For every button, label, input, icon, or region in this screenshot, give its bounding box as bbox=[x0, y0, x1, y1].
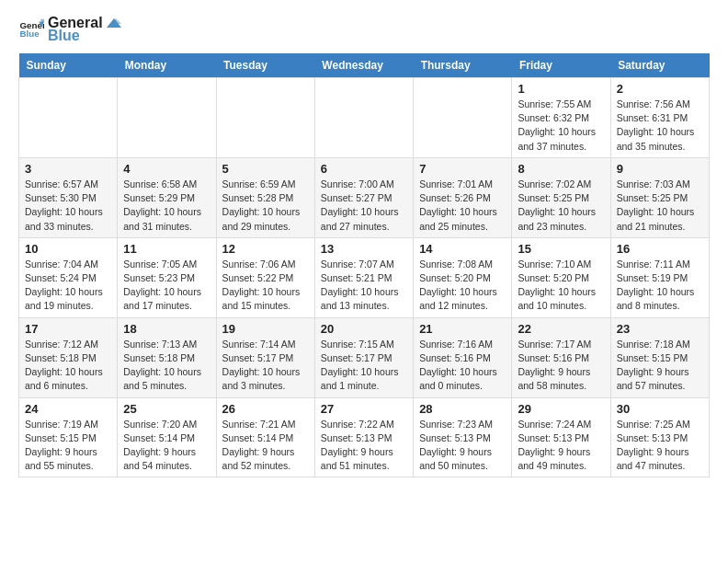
calendar-cell: 17Sunrise: 7:12 AMSunset: 5:18 PMDayligh… bbox=[19, 317, 118, 397]
day-number: 28 bbox=[419, 402, 506, 416]
calendar-cell: 18Sunrise: 7:13 AMSunset: 5:18 PMDayligh… bbox=[118, 317, 216, 397]
day-info: Sunrise: 7:23 AMSunset: 5:13 PMDaylight:… bbox=[419, 418, 506, 474]
day-info: Sunrise: 7:06 AMSunset: 5:22 PMDaylight:… bbox=[222, 258, 309, 314]
day-number: 7 bbox=[419, 162, 506, 176]
day-info: Sunrise: 7:25 AMSunset: 5:13 PMDaylight:… bbox=[617, 418, 703, 474]
logo-triangle-icon bbox=[105, 15, 121, 31]
day-number: 4 bbox=[123, 162, 210, 176]
calendar-header: SundayMondayTuesdayWednesdayThursdayFrid… bbox=[19, 53, 710, 78]
day-info: Sunrise: 7:16 AMSunset: 5:16 PMDaylight:… bbox=[419, 338, 506, 394]
calendar-cell: 19Sunrise: 7:14 AMSunset: 5:17 PMDayligh… bbox=[216, 317, 314, 397]
calendar-cell: 27Sunrise: 7:22 AMSunset: 5:13 PMDayligh… bbox=[314, 397, 413, 477]
calendar-cell bbox=[118, 78, 216, 158]
day-number: 29 bbox=[518, 402, 604, 416]
calendar-cell: 28Sunrise: 7:23 AMSunset: 5:13 PMDayligh… bbox=[414, 397, 512, 477]
day-info: Sunrise: 7:01 AMSunset: 5:26 PMDaylight:… bbox=[419, 178, 506, 234]
calendar-cell: 10Sunrise: 7:04 AMSunset: 5:24 PMDayligh… bbox=[19, 237, 118, 317]
day-info: Sunrise: 7:19 AMSunset: 5:15 PMDaylight:… bbox=[25, 418, 111, 474]
day-info: Sunrise: 7:55 AMSunset: 6:32 PMDaylight:… bbox=[518, 98, 604, 154]
day-number: 25 bbox=[123, 402, 210, 416]
day-number: 30 bbox=[617, 402, 703, 416]
day-info: Sunrise: 7:03 AMSunset: 5:25 PMDaylight:… bbox=[617, 178, 703, 234]
day-info: Sunrise: 7:20 AMSunset: 5:14 PMDaylight:… bbox=[123, 418, 210, 474]
calendar-cell: 1Sunrise: 7:55 AMSunset: 6:32 PMDaylight… bbox=[512, 78, 610, 158]
day-of-week-header: Sunday bbox=[19, 53, 118, 78]
day-of-week-header: Wednesday bbox=[314, 53, 413, 78]
day-info: Sunrise: 7:13 AMSunset: 5:18 PMDaylight:… bbox=[123, 338, 210, 394]
day-number: 5 bbox=[222, 162, 309, 176]
day-number: 10 bbox=[25, 242, 111, 256]
days-header-row: SundayMondayTuesdayWednesdayThursdayFrid… bbox=[19, 53, 710, 78]
day-info: Sunrise: 7:00 AMSunset: 5:27 PMDaylight:… bbox=[321, 178, 407, 234]
logo: General Blue General Blue bbox=[18, 15, 121, 44]
day-info: Sunrise: 7:15 AMSunset: 5:17 PMDaylight:… bbox=[321, 338, 407, 394]
day-number: 27 bbox=[321, 402, 407, 416]
day-number: 23 bbox=[617, 322, 703, 336]
day-number: 9 bbox=[617, 162, 703, 176]
day-info: Sunrise: 7:17 AMSunset: 5:16 PMDaylight:… bbox=[518, 338, 604, 394]
calendar-cell: 30Sunrise: 7:25 AMSunset: 5:13 PMDayligh… bbox=[610, 397, 709, 477]
day-info: Sunrise: 7:21 AMSunset: 5:14 PMDaylight:… bbox=[222, 418, 309, 474]
calendar-cell: 22Sunrise: 7:17 AMSunset: 5:16 PMDayligh… bbox=[512, 317, 610, 397]
calendar-body: 1Sunrise: 7:55 AMSunset: 6:32 PMDaylight… bbox=[19, 78, 710, 477]
day-info: Sunrise: 7:12 AMSunset: 5:18 PMDaylight:… bbox=[25, 338, 111, 394]
day-number: 2 bbox=[617, 82, 703, 96]
day-info: Sunrise: 6:57 AMSunset: 5:30 PMDaylight:… bbox=[25, 178, 111, 234]
day-number: 3 bbox=[25, 162, 111, 176]
day-number: 20 bbox=[321, 322, 407, 336]
calendar-cell: 4Sunrise: 6:58 AMSunset: 5:29 PMDaylight… bbox=[118, 157, 216, 237]
calendar-cell bbox=[216, 78, 314, 158]
calendar-cell: 21Sunrise: 7:16 AMSunset: 5:16 PMDayligh… bbox=[414, 317, 512, 397]
day-number: 17 bbox=[25, 322, 111, 336]
day-number: 13 bbox=[321, 242, 407, 256]
day-number: 6 bbox=[321, 162, 407, 176]
day-number: 19 bbox=[222, 322, 309, 336]
day-number: 22 bbox=[518, 322, 604, 336]
day-of-week-header: Saturday bbox=[610, 53, 709, 78]
calendar-cell: 29Sunrise: 7:24 AMSunset: 5:13 PMDayligh… bbox=[512, 397, 610, 477]
day-number: 1 bbox=[518, 82, 604, 96]
calendar-cell: 16Sunrise: 7:11 AMSunset: 5:19 PMDayligh… bbox=[610, 237, 709, 317]
calendar-cell bbox=[414, 78, 512, 158]
calendar-week-row: 1Sunrise: 7:55 AMSunset: 6:32 PMDaylight… bbox=[19, 78, 710, 158]
calendar-week-row: 10Sunrise: 7:04 AMSunset: 5:24 PMDayligh… bbox=[19, 237, 710, 317]
calendar-cell: 20Sunrise: 7:15 AMSunset: 5:17 PMDayligh… bbox=[314, 317, 413, 397]
calendar-cell: 9Sunrise: 7:03 AMSunset: 5:25 PMDaylight… bbox=[610, 157, 709, 237]
day-info: Sunrise: 7:04 AMSunset: 5:24 PMDaylight:… bbox=[25, 258, 111, 314]
calendar-cell: 11Sunrise: 7:05 AMSunset: 5:23 PMDayligh… bbox=[118, 237, 216, 317]
svg-text:Blue: Blue bbox=[19, 29, 40, 39]
day-of-week-header: Monday bbox=[118, 53, 216, 78]
day-info: Sunrise: 7:10 AMSunset: 5:20 PMDaylight:… bbox=[518, 258, 604, 314]
calendar-cell: 26Sunrise: 7:21 AMSunset: 5:14 PMDayligh… bbox=[216, 397, 314, 477]
day-number: 11 bbox=[123, 242, 210, 256]
day-info: Sunrise: 7:08 AMSunset: 5:20 PMDaylight:… bbox=[419, 258, 506, 314]
calendar-week-row: 17Sunrise: 7:12 AMSunset: 5:18 PMDayligh… bbox=[19, 317, 710, 397]
calendar-week-row: 24Sunrise: 7:19 AMSunset: 5:15 PMDayligh… bbox=[19, 397, 710, 477]
day-number: 24 bbox=[25, 402, 111, 416]
calendar-cell: 14Sunrise: 7:08 AMSunset: 5:20 PMDayligh… bbox=[414, 237, 512, 317]
calendar-cell: 25Sunrise: 7:20 AMSunset: 5:14 PMDayligh… bbox=[118, 397, 216, 477]
calendar-cell: 24Sunrise: 7:19 AMSunset: 5:15 PMDayligh… bbox=[19, 397, 118, 477]
calendar-week-row: 3Sunrise: 6:57 AMSunset: 5:30 PMDaylight… bbox=[19, 157, 710, 237]
day-info: Sunrise: 7:11 AMSunset: 5:19 PMDaylight:… bbox=[617, 258, 703, 314]
calendar-cell: 23Sunrise: 7:18 AMSunset: 5:15 PMDayligh… bbox=[610, 317, 709, 397]
day-number: 8 bbox=[518, 162, 604, 176]
calendar-cell: 15Sunrise: 7:10 AMSunset: 5:20 PMDayligh… bbox=[512, 237, 610, 317]
day-number: 21 bbox=[419, 322, 506, 336]
logo-icon: General Blue bbox=[18, 17, 44, 42]
calendar-cell: 13Sunrise: 7:07 AMSunset: 5:21 PMDayligh… bbox=[314, 237, 413, 317]
day-number: 15 bbox=[518, 242, 604, 256]
day-of-week-header: Tuesday bbox=[216, 53, 314, 78]
page-header: General Blue General Blue bbox=[18, 15, 710, 44]
calendar-cell bbox=[314, 78, 413, 158]
day-info: Sunrise: 7:18 AMSunset: 5:15 PMDaylight:… bbox=[617, 338, 703, 394]
calendar-cell: 2Sunrise: 7:56 AMSunset: 6:31 PMDaylight… bbox=[610, 78, 709, 158]
calendar-cell: 3Sunrise: 6:57 AMSunset: 5:30 PMDaylight… bbox=[19, 157, 118, 237]
day-of-week-header: Thursday bbox=[414, 53, 512, 78]
day-number: 26 bbox=[222, 402, 309, 416]
day-info: Sunrise: 7:22 AMSunset: 5:13 PMDaylight:… bbox=[321, 418, 407, 474]
day-info: Sunrise: 6:59 AMSunset: 5:28 PMDaylight:… bbox=[222, 178, 309, 234]
day-info: Sunrise: 6:58 AMSunset: 5:29 PMDaylight:… bbox=[123, 178, 210, 234]
day-info: Sunrise: 7:07 AMSunset: 5:21 PMDaylight:… bbox=[321, 258, 407, 314]
day-number: 12 bbox=[222, 242, 309, 256]
